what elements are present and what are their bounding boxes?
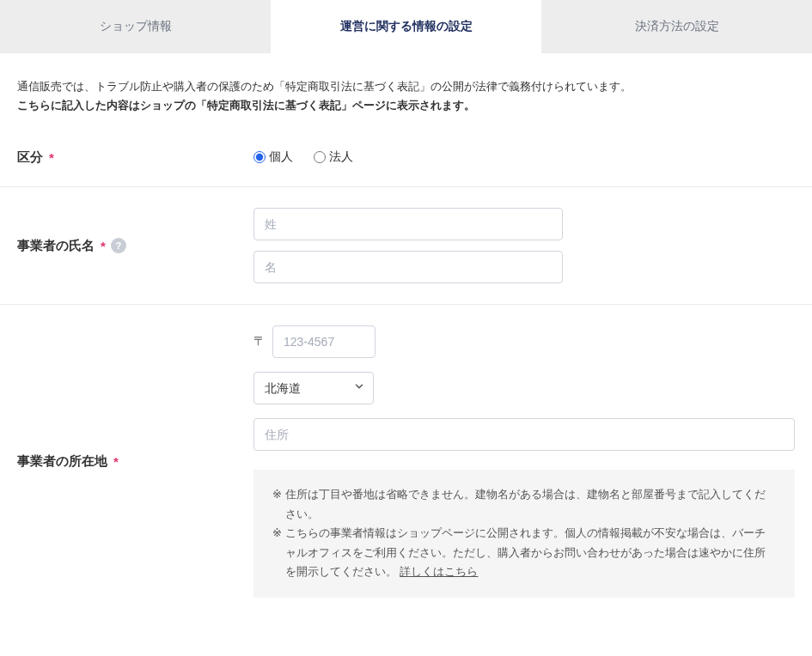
intro-line2: こちらに記入した内容はショップの「特定商取引法に基づく表記」ページに表示されます… xyxy=(17,96,795,115)
tab-operation-settings[interactable]: 運営に関する情報の設定 xyxy=(271,0,541,53)
prefecture-select[interactable]: 北海道 xyxy=(253,372,374,404)
required-mark: * xyxy=(113,454,119,469)
section-operator-address: 事業者の所在地* 〒 北海道 xyxy=(0,305,812,618)
address-input[interactable] xyxy=(253,418,795,451)
postal-mark: 〒 xyxy=(253,334,266,349)
label-operator-name-text: 事業者の氏名 xyxy=(17,238,95,254)
category-radio-group: 個人 法人 xyxy=(253,149,795,165)
tab-shop-info[interactable]: ショップ情報 xyxy=(0,0,271,53)
prefecture-select-wrap: 北海道 xyxy=(253,372,374,404)
intro-line1: 通信販売では、トラブル防止や購入者の保護のため「特定商取引法に基づく表記」の公開… xyxy=(17,77,795,96)
note-marker: ※ xyxy=(272,485,282,524)
radio-individual-label[interactable]: 個人 xyxy=(253,149,293,165)
label-operator-address-text: 事業者の所在地 xyxy=(17,453,107,470)
radio-corporation-text: 法人 xyxy=(329,149,353,165)
help-icon[interactable]: ? xyxy=(111,238,126,253)
radio-corporation[interactable] xyxy=(314,151,326,163)
required-mark: * xyxy=(101,239,106,253)
note-marker: ※ xyxy=(272,524,282,582)
required-mark: * xyxy=(49,150,54,165)
label-category-text: 区分 xyxy=(17,149,43,166)
label-operator-name: 事業者の氏名* ? xyxy=(17,238,253,254)
first-name-input[interactable] xyxy=(253,251,563,283)
address-note-box: ※ 住所は丁目や番地は省略できません。建物名がある場合は、建物名と部屋番号まで記… xyxy=(253,470,795,598)
radio-individual-text: 個人 xyxy=(269,149,293,165)
intro-text: 通信販売では、トラブル防止や購入者の保護のため「特定商取引法に基づく表記」の公開… xyxy=(0,53,812,129)
section-category: 区分* 個人 法人 xyxy=(0,129,812,187)
postal-code-input[interactable] xyxy=(272,325,375,358)
tabs: ショップ情報 運営に関する情報の設定 決済方法の設定 xyxy=(0,0,812,53)
section-operator-name: 事業者の氏名* ? xyxy=(0,187,812,305)
label-category: 区分* xyxy=(17,149,253,166)
tab-payment-settings[interactable]: 決済方法の設定 xyxy=(541,0,812,53)
note-link[interactable]: 詳しくはこちら xyxy=(400,566,478,578)
note-line1: 住所は丁目や番地は省略できません。建物名がある場合は、建物名と部屋番号まで記入し… xyxy=(285,485,776,524)
postal-row: 〒 xyxy=(253,325,795,358)
radio-corporation-label[interactable]: 法人 xyxy=(314,149,353,165)
last-name-input[interactable] xyxy=(253,208,563,240)
note-line2: こちらの事業者情報はショップページに公開されます。個人の情報掲載が不安な場合は、… xyxy=(285,524,776,582)
radio-individual[interactable] xyxy=(253,151,266,163)
label-operator-address: 事業者の所在地* xyxy=(17,453,253,470)
